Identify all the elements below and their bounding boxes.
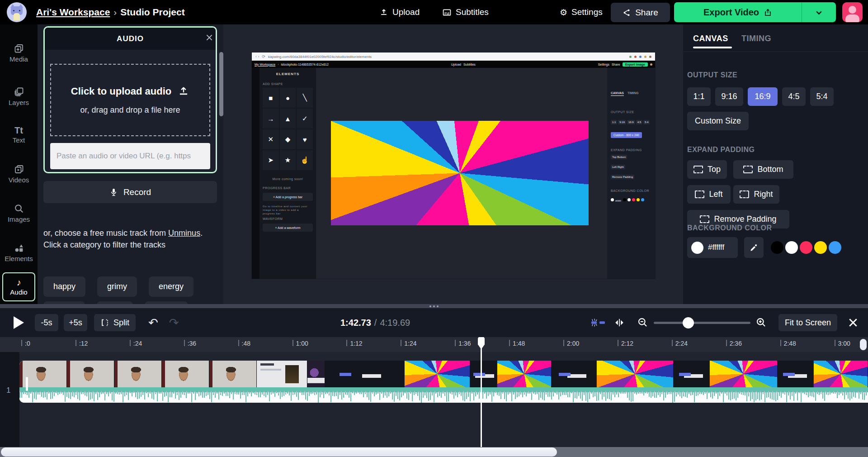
snap-toggle-icon[interactable]: [590, 318, 606, 327]
zoom-in-icon[interactable]: [756, 317, 767, 328]
slider-knob[interactable]: [683, 317, 694, 328]
heart-shape-icon: ♥: [297, 129, 313, 149]
ruler-tick: [780, 340, 781, 346]
pad-top-icon: [693, 166, 703, 173]
timeline-clip[interactable]: [19, 361, 868, 403]
time-display: 1:42.73 / 4:19.69: [340, 308, 410, 337]
videos-icon: [14, 164, 24, 175]
thumbnail-swirl: [597, 361, 674, 387]
ruler-label: :12: [79, 340, 88, 347]
music-tag-row: happygrimyenergy: [43, 276, 193, 297]
ruler-tick: [455, 340, 456, 346]
thumbnail-darkui: [674, 361, 710, 387]
subtitles-icon: [442, 8, 452, 17]
music-tag[interactable]: happy: [43, 276, 85, 297]
record-button[interactable]: Record: [43, 181, 217, 203]
undo-button[interactable]: ↶: [148, 317, 158, 328]
custom-size-button[interactable]: Custom Size: [687, 112, 749, 130]
plus-5s-button[interactable]: +5s: [64, 314, 87, 331]
thumbnail-face: [162, 361, 209, 387]
color-swatch[interactable]: [771, 241, 783, 254]
split-view-icon[interactable]: [614, 318, 625, 327]
pad-top-button[interactable]: Top: [687, 160, 727, 179]
dropzone-title: Click to upload audio: [71, 86, 171, 97]
tab-canvas[interactable]: CANVAS: [693, 34, 728, 43]
ruler-tick: [401, 340, 401, 346]
video-preview[interactable]: ‹ ›⟳ kapwing.com/60da3844f01e02005fef924…: [252, 52, 655, 279]
text-icon: Tt: [14, 126, 23, 135]
upload-button[interactable]: Upload: [379, 0, 420, 24]
fit-to-screen-button[interactable]: Fit to Screen: [778, 314, 837, 331]
close-icon[interactable]: [206, 34, 213, 41]
total-time: 4:19.69: [380, 318, 410, 328]
breadcrumb: Ari's Workspace›Studio Project: [36, 7, 185, 18]
ruler-label: 1:12: [350, 340, 362, 347]
share-button[interactable]: Share: [611, 3, 670, 22]
media-icon: [14, 43, 24, 54]
sidebar-item-layers[interactable]: Layers: [2, 82, 36, 111]
sidebar-item-text[interactable]: Tt Text: [2, 120, 36, 149]
close-timeline-icon[interactable]: [848, 318, 858, 328]
hex-value: #ffffff: [708, 243, 724, 252]
timeline-zoom-slider[interactable]: [654, 322, 750, 324]
pad-bottom-button[interactable]: Bottom: [733, 160, 793, 179]
ratio-4-5[interactable]: 4:5: [782, 87, 806, 106]
audio-dropzone[interactable]: Click to upload audio or, drag and drop …: [50, 64, 210, 136]
pad-bottom-icon: [743, 166, 753, 173]
sidebar-item-videos[interactable]: Videos: [2, 159, 36, 188]
preview-swatches: [623, 195, 646, 203]
ratio-16-9[interactable]: 16:9: [748, 87, 778, 106]
sidebar-item-elements[interactable]: Elements: [2, 238, 36, 267]
ratio-1-1[interactable]: 1:1: [687, 87, 711, 106]
breadcrumb-workspace-link[interactable]: Ari's Workspace: [36, 7, 110, 17]
redo-button[interactable]: ↷: [169, 317, 179, 328]
subtitles-button[interactable]: Subtitles: [442, 0, 489, 24]
ruler-tick: [21, 340, 22, 346]
sidebar-item-media[interactable]: Media: [2, 38, 36, 67]
color-swatch[interactable]: [800, 241, 812, 254]
ruler-label: :0: [25, 340, 30, 347]
ratio-9-16[interactable]: 9:16: [715, 87, 743, 106]
settings-button[interactable]: ⚙ Settings: [560, 0, 603, 24]
clip-trim-cursor[interactable]: [26, 377, 28, 391]
horizontal-scrollbar-thumb[interactable]: [1, 447, 557, 457]
preview-url: kapwing.com/60da3844f01e02005fef924c/stu…: [268, 55, 372, 59]
horizontal-scrollbar[interactable]: [0, 447, 868, 457]
pad-left-button[interactable]: Left: [687, 185, 731, 204]
timeline-toolbar: -5s +5s Split ↶ ↷ 1:42.73 / 4:19.69 Fit …: [0, 308, 868, 337]
layers-icon: [14, 86, 24, 97]
account-avatar[interactable]: [842, 2, 863, 22]
preview-color-swatch: [632, 198, 635, 201]
color-swatch[interactable]: [785, 241, 798, 254]
ruler-scroll-handle[interactable]: [860, 339, 867, 350]
timeline-resize-handle[interactable]: [0, 304, 868, 308]
zoom-out-icon[interactable]: [637, 317, 648, 328]
music-tag[interactable]: energy: [149, 276, 193, 297]
swirl-image: [331, 121, 589, 225]
play-button[interactable]: [14, 316, 24, 329]
unminus-link[interactable]: Unminus: [168, 228, 200, 238]
eyedropper-button[interactable]: [744, 237, 764, 258]
music-tag[interactable]: grimy: [97, 276, 137, 297]
audio-upload-card: AUDIO Click to upload audio or, drag and…: [43, 26, 217, 173]
split-button[interactable]: Split: [94, 314, 136, 331]
workspace-avatar[interactable]: [7, 2, 27, 22]
color-swatch[interactable]: [829, 241, 841, 254]
color-swatch[interactable]: [814, 241, 827, 254]
thumbnail-swirl: [710, 361, 778, 387]
minus-5s-button[interactable]: -5s: [35, 314, 58, 331]
pad-right-button[interactable]: Right: [733, 185, 779, 204]
sidebar-item-images[interactable]: Images: [2, 199, 36, 228]
export-dropdown-button[interactable]: [802, 2, 836, 22]
preview-right-panel: CANVAS TIMING OUTPUT SIZE 1:19:1616:94:5…: [607, 68, 655, 279]
export-video-button[interactable]: Export Video: [674, 2, 836, 22]
ratio-5-4[interactable]: 5:4: [810, 87, 834, 106]
sidebar-item-audio[interactable]: ♪ Audio: [2, 272, 35, 301]
thumbnail-darkui: [470, 361, 497, 387]
tab-timing[interactable]: TIMING: [741, 34, 771, 43]
background-hex-button[interactable]: #ffffff: [687, 237, 738, 258]
panel-scrollbar[interactable]: [219, 52, 223, 116]
preview-color-swatch: [637, 198, 640, 201]
ruler[interactable]: :0:12:24:36:481:001:121:241:361:482:002:…: [0, 337, 868, 352]
audio-url-input[interactable]: [50, 143, 210, 169]
